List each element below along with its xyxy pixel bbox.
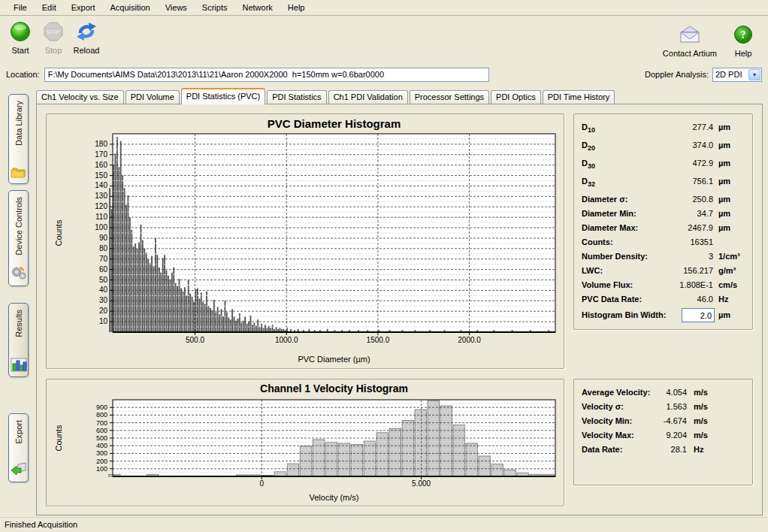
chart-title: PVC Diameter Histogram	[268, 117, 401, 130]
svg-text:2000.0: 2000.0	[458, 336, 481, 344]
svg-text:1500.0: 1500.0	[367, 336, 390, 344]
tab-pdi-statistics[interactable]: PDI Statistics	[267, 90, 326, 104]
tab-pdi-volume[interactable]: PDI Volume	[125, 90, 180, 104]
contact-artium-button[interactable]: Contact Artium	[663, 23, 717, 58]
menu-bar: File Edit Export Acquisition Views Scrip…	[0, 0, 768, 16]
svg-text:?: ?	[741, 29, 746, 41]
stat-unit: m/s	[694, 402, 708, 411]
stat-unit: Hz	[694, 445, 703, 454]
contact-artium-label: Contact Artium	[663, 49, 717, 58]
tab-pdi-time-history[interactable]: PDI Time History	[543, 90, 615, 104]
menu-file[interactable]: File	[6, 2, 35, 14]
svg-text:130: 130	[95, 192, 107, 200]
y-axis-label: Counts	[54, 425, 63, 451]
svg-text:5.000: 5.000	[412, 479, 431, 488]
svg-text:200: 200	[96, 458, 107, 465]
svg-text:500.0: 500.0	[186, 336, 204, 344]
stat-unit: µm	[718, 159, 730, 168]
stats-row: Diameter σ:250.8µm	[574, 193, 752, 207]
svg-text:160: 160	[95, 161, 107, 169]
svg-text:170: 170	[95, 150, 107, 159]
stat-unit: m/s	[694, 416, 708, 425]
stat-unit: m/s	[694, 388, 708, 397]
svg-text:50: 50	[99, 276, 108, 284]
pvc-statistics-panel: D10277.4µmD20374.0µmD30472.9µmD32756.1µm…	[573, 113, 753, 330]
velocity-histogram-chart: 10020030040050060070080090005.000Channel…	[46, 379, 564, 506]
stop-label: Stop	[45, 46, 62, 55]
stop-button[interactable]: STOP Stop	[39, 20, 68, 55]
svg-text:10: 10	[99, 317, 108, 325]
svg-text:300: 300	[96, 449, 107, 457]
stat-unit: cm/s	[718, 280, 737, 289]
sidebar-item-data-library[interactable]: Data Library	[8, 94, 29, 184]
tab-pdi-statistics-pvc[interactable]: PDI Statistics (PVC)	[181, 88, 265, 104]
sidebar-item-results[interactable]: Results	[8, 303, 29, 377]
svg-text:600: 600	[96, 427, 107, 434]
start-label: Start	[11, 46, 29, 55]
tab-pdi-optics[interactable]: PDI Optics	[491, 90, 541, 104]
sidebar-item-label: Results	[14, 310, 23, 337]
menu-export[interactable]: Export	[64, 2, 103, 14]
menu-network[interactable]: Network	[234, 2, 280, 14]
help-icon: ?	[733, 23, 754, 47]
svg-text:70: 70	[99, 255, 108, 263]
svg-text:30: 30	[99, 296, 108, 304]
help-button[interactable]: ? Help	[729, 23, 757, 58]
svg-text:STOP: STOP	[47, 29, 60, 35]
stat-value: 756.1	[574, 177, 713, 186]
svg-text:800: 800	[96, 411, 107, 419]
stats-row: Diameter Max:2467.9µm	[574, 222, 752, 236]
x-axis-label: PVC Diameter (µm)	[298, 355, 370, 364]
location-bar: Location: Doppler Analysis: 2D PDI ▼	[0, 65, 768, 84]
tab-processor-settings[interactable]: Processor Settings	[410, 90, 489, 104]
stats-row: D20374.0µm	[574, 139, 752, 157]
svg-text:180: 180	[95, 140, 107, 148]
reload-button[interactable]: Reload	[72, 20, 101, 55]
stat-unit: 1/cm³	[718, 252, 740, 261]
stats-row: Velocity σ:1.563m/s	[574, 401, 752, 415]
chevron-down-icon[interactable]: ▼	[748, 69, 760, 80]
menu-views[interactable]: Views	[158, 2, 195, 14]
menu-acquisition[interactable]: Acquisition	[103, 2, 158, 14]
gears-icon	[11, 266, 27, 283]
doppler-analysis-select[interactable]: 2D PDI ▼	[712, 68, 762, 82]
svg-text:140: 140	[95, 181, 107, 189]
stat-unit: µm	[718, 195, 730, 204]
stats-row: PVC Data Rate:46.0Hz	[574, 293, 752, 307]
svg-text:110: 110	[95, 213, 107, 221]
histogram-bin-width-input[interactable]	[682, 308, 715, 322]
sidebar-item-label: Export	[14, 420, 23, 444]
stat-unit: µm	[718, 122, 730, 131]
stat-unit: Hz	[718, 295, 728, 304]
svg-text:500: 500	[96, 434, 107, 442]
sidebar-item-label: Data Library	[14, 101, 23, 146]
doppler-analysis-value: 2D PDI	[713, 70, 748, 79]
stats-row: LWC:156.217g/m³	[574, 264, 752, 279]
stat-value: 4.054	[574, 388, 687, 397]
stat-value: 1.808E-1	[574, 280, 713, 289]
svg-text:120: 120	[95, 202, 107, 210]
sidebar-item-export[interactable]: Export	[8, 413, 29, 482]
toolbar: Start STOP Stop	[0, 17, 768, 63]
svg-text:60: 60	[99, 265, 108, 274]
svg-text:20: 20	[99, 307, 108, 315]
stat-value: -4.674	[574, 416, 687, 425]
svg-text:150: 150	[95, 171, 107, 180]
sidebar-item-device-controls[interactable]: Device Controls	[8, 190, 29, 286]
svg-text:700: 700	[96, 419, 107, 427]
menu-scripts[interactable]: Scripts	[195, 2, 235, 14]
tab-ch1-velocity-vs-size[interactable]: Ch1 Velocity vs. Size	[36, 90, 124, 104]
start-icon	[9, 20, 32, 44]
stat-unit: µm	[718, 141, 730, 150]
chart-title: Channel 1 Velocity Histogram	[260, 382, 408, 394]
stat-unit: µm	[718, 223, 730, 232]
tab-ch1-pdi-validation[interactable]: Ch1 PDI Validation	[328, 90, 408, 104]
menu-edit[interactable]: Edit	[35, 2, 64, 14]
stat-value: 1.563	[574, 402, 687, 411]
location-input[interactable]	[44, 68, 489, 82]
stats-row: Histogram Bin Width:µm	[574, 309, 752, 327]
menu-help[interactable]: Help	[280, 2, 313, 14]
start-button[interactable]: Start	[6, 20, 35, 55]
status-text: Finished Acquisition	[5, 520, 77, 529]
location-label: Location:	[6, 70, 40, 79]
